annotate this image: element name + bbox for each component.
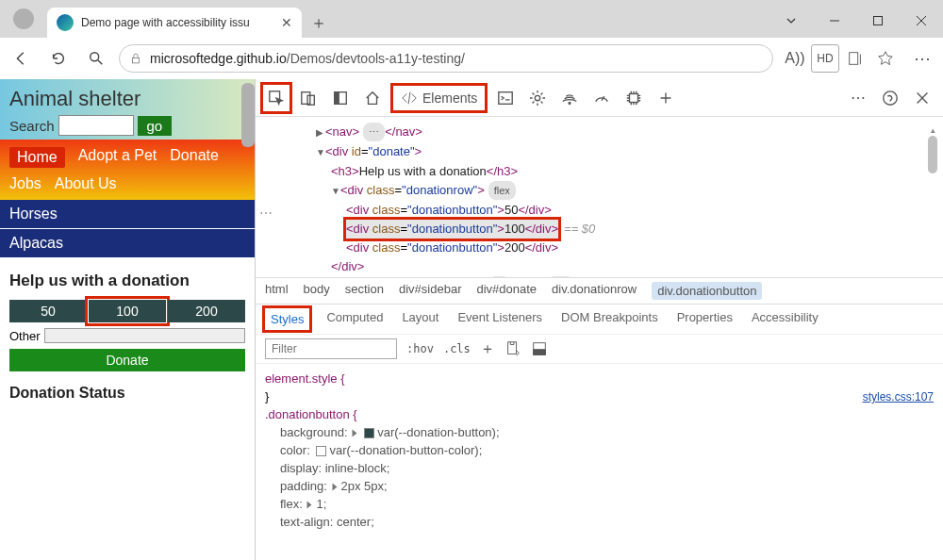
edge-favicon-icon bbox=[57, 14, 74, 31]
performance-icon[interactable] bbox=[590, 87, 613, 109]
styles-filter-row: :hov .cls ＋ bbox=[256, 334, 943, 363]
maximize-button[interactable] bbox=[856, 4, 900, 38]
toggle-panel-icon[interactable] bbox=[531, 340, 548, 357]
nav-donate[interactable]: Donate bbox=[170, 147, 219, 168]
avatar-icon bbox=[13, 8, 34, 29]
svg-rect-17 bbox=[534, 350, 546, 354]
crumb-donate[interactable]: div#donate bbox=[476, 282, 537, 300]
memory-icon[interactable] bbox=[622, 87, 645, 109]
add-tab-button[interactable] bbox=[654, 87, 677, 109]
computed-styles-icon[interactable] bbox=[505, 340, 521, 357]
devtools: Elements ⋯ ⋯ ▶<nav>⋯</nav> ▼<div id="don… bbox=[255, 79, 943, 560]
crumb-section[interactable]: section bbox=[345, 282, 384, 300]
crumb-row[interactable]: div.donationrow bbox=[552, 282, 637, 300]
search-button[interactable] bbox=[81, 43, 111, 74]
url-input[interactable]: microsoftedge.github.io/Demos/devtools-a… bbox=[119, 44, 773, 73]
svg-point-2 bbox=[91, 53, 99, 61]
sources-icon[interactable] bbox=[526, 87, 549, 109]
more-button[interactable]: ⋯ bbox=[907, 43, 937, 74]
selected-dom-node[interactable]: <div class="donationbutton">100</div> bbox=[346, 220, 558, 239]
crumb-sidebar[interactable]: div#sidebar bbox=[399, 282, 462, 300]
donation-50[interactable]: 50 bbox=[9, 300, 87, 322]
dom-tree[interactable]: ⋯ ▶<nav>⋯</nav> ▼<div id="donate"> <h3>H… bbox=[256, 117, 943, 277]
nav-home[interactable]: Home bbox=[9, 147, 65, 168]
tab-properties[interactable]: Properties bbox=[677, 310, 733, 328]
refresh-button[interactable] bbox=[43, 43, 74, 74]
animal-horses[interactable]: Horses bbox=[0, 200, 255, 229]
elements-tab[interactable]: Elements bbox=[393, 86, 485, 110]
browser-tab[interactable]: Demo page with accessibility issu ✕ bbox=[47, 8, 302, 38]
url-path: /Demos/devtools-a11y-testing/ bbox=[287, 51, 465, 66]
back-button[interactable] bbox=[6, 43, 36, 74]
nav-jobs[interactable]: Jobs bbox=[9, 175, 41, 192]
nav-adopt[interactable]: Adopt a Pet bbox=[78, 147, 157, 168]
donation-200[interactable]: 200 bbox=[168, 300, 245, 322]
demo-page: Animal shelter Search go Home Adopt a Pe… bbox=[0, 79, 255, 560]
other-input[interactable] bbox=[44, 328, 245, 343]
search-input[interactable] bbox=[58, 115, 134, 136]
donate-heading: Help us with a donation bbox=[9, 272, 245, 290]
devtools-more-button[interactable]: ⋯ bbox=[847, 87, 869, 109]
address-bar: microsoftedge.github.io/Demos/devtools-a… bbox=[0, 38, 943, 79]
help-button[interactable] bbox=[879, 87, 902, 109]
nav-about[interactable]: About Us bbox=[55, 175, 117, 192]
close-window-button[interactable] bbox=[900, 4, 943, 38]
main-nav: Home Adopt a Pet Donate Jobs About Us bbox=[0, 140, 255, 200]
collections-button[interactable] bbox=[841, 44, 869, 73]
tab-title: Demo page with accessibility issu bbox=[81, 16, 279, 29]
brace-close: } bbox=[265, 387, 934, 405]
crumb-body[interactable]: body bbox=[304, 282, 330, 300]
welcome-tab[interactable] bbox=[329, 87, 352, 109]
read-aloud-button[interactable]: A)) bbox=[781, 44, 809, 73]
crumb-button[interactable]: div.donationbutton bbox=[652, 282, 762, 300]
inspect-element-button[interactable] bbox=[265, 87, 288, 109]
page-scrollbar-thumb[interactable] bbox=[241, 83, 255, 147]
dom-row-actions-icon[interactable]: ⋯ bbox=[259, 204, 273, 222]
styles-pane[interactable]: element.style { } styles.css:107 .donati… bbox=[256, 363, 943, 560]
tab-event-listeners[interactable]: Event Listeners bbox=[457, 310, 542, 328]
styles-filter-input[interactable] bbox=[265, 338, 397, 359]
home-icon[interactable] bbox=[361, 87, 384, 109]
animal-alpacas[interactable]: Alpacas bbox=[0, 229, 255, 258]
titlebar: Demo page with accessibility issu ✕ ＋ bbox=[0, 0, 943, 38]
device-toggle-button[interactable] bbox=[297, 87, 320, 109]
donation-row: 50 100 200 bbox=[9, 300, 245, 322]
tab-close-button[interactable]: ✕ bbox=[279, 15, 294, 30]
hov-toggle[interactable]: :hov bbox=[406, 342, 434, 355]
hd-button[interactable]: HD bbox=[811, 44, 839, 73]
elements-label: Elements bbox=[422, 91, 477, 106]
tab-styles[interactable]: Styles bbox=[267, 310, 307, 328]
svg-rect-1 bbox=[874, 17, 883, 25]
tab-computed[interactable]: Computed bbox=[326, 310, 383, 328]
devtools-toolbar: Elements ⋯ bbox=[256, 79, 943, 117]
donation-100[interactable]: 100 bbox=[89, 300, 166, 322]
network-icon[interactable] bbox=[558, 87, 581, 109]
console-icon[interactable] bbox=[494, 87, 517, 109]
element-style-selector: element.style { bbox=[265, 371, 345, 386]
donate-button[interactable]: Donate bbox=[9, 349, 245, 371]
url-host: microsoftedge.github.io bbox=[150, 51, 287, 66]
other-label: Other bbox=[9, 329, 41, 343]
svg-rect-15 bbox=[507, 342, 516, 354]
favorite-button[interactable] bbox=[871, 44, 900, 73]
status-heading: Donation Status bbox=[9, 385, 245, 402]
caret-down-icon[interactable] bbox=[769, 4, 813, 38]
profile-button[interactable] bbox=[0, 0, 47, 38]
tab-dom-breakpoints[interactable]: DOM Breakpoints bbox=[561, 310, 658, 328]
new-style-rule-button[interactable]: ＋ bbox=[480, 339, 495, 359]
dom-scrollbar[interactable]: ▴ bbox=[926, 121, 939, 273]
tab-accessibility[interactable]: Accessibility bbox=[752, 310, 819, 328]
svg-point-12 bbox=[569, 102, 571, 104]
go-button[interactable]: go bbox=[138, 116, 173, 136]
minimize-button[interactable] bbox=[813, 4, 856, 38]
devtools-close-button[interactable] bbox=[911, 87, 934, 109]
tab-layout[interactable]: Layout bbox=[402, 310, 438, 328]
crumb-html[interactable]: html bbox=[265, 282, 289, 300]
svg-rect-9 bbox=[335, 91, 339, 104]
stylesheet-link[interactable]: styles.css:107 bbox=[863, 388, 934, 406]
svg-rect-4 bbox=[850, 53, 858, 65]
page-title: Animal shelter bbox=[9, 87, 245, 111]
cls-toggle[interactable]: .cls bbox=[443, 342, 471, 355]
svg-point-11 bbox=[536, 95, 540, 100]
new-tab-button[interactable]: ＋ bbox=[302, 8, 336, 38]
